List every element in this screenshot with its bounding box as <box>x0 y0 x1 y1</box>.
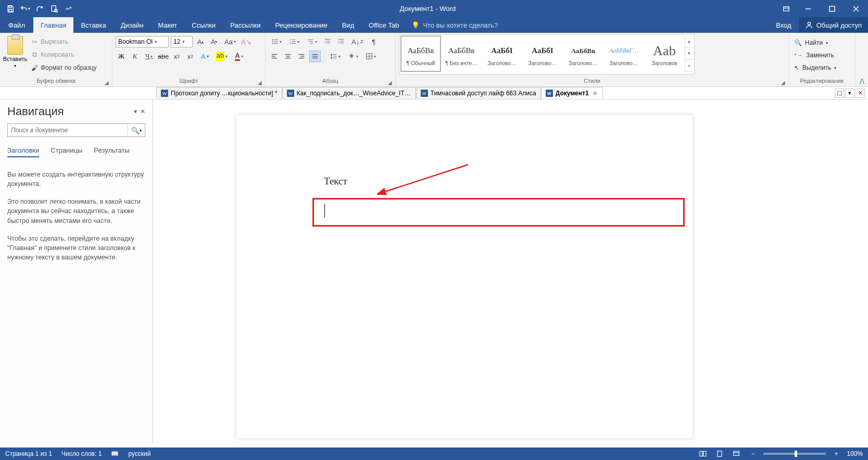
document-tab[interactable]: WТимчасовий доступ лайф 663 Алиса <box>416 87 541 99</box>
borders-button[interactable]: ▾ <box>363 51 379 62</box>
undo-icon[interactable]: ▾ <box>19 3 31 15</box>
clear-formatting-button[interactable]: A↘ <box>241 36 252 47</box>
tab-review[interactable]: Рецензирование <box>268 17 334 33</box>
underline-button[interactable]: Ч▾ <box>143 51 155 62</box>
font-name-combo[interactable]: Bookman Ol▾ <box>116 36 169 47</box>
copy-button[interactable]: ⧉Копировать <box>29 49 98 60</box>
style-title[interactable]: AabЗаголовок <box>644 35 685 72</box>
font-color-button[interactable]: A▾ <box>232 51 245 62</box>
cut-button[interactable]: ✂Вырезать <box>29 36 98 47</box>
close-icon[interactable] <box>844 0 868 17</box>
paste-button[interactable]: Вставить▾ <box>3 34 27 74</box>
decrease-indent-button[interactable] <box>322 36 333 47</box>
select-button[interactable]: ↖Выделить▾ <box>792 62 838 73</box>
align-right-button[interactable] <box>296 51 307 62</box>
bold-button[interactable]: Ж <box>116 51 127 62</box>
styles-gallery[interactable]: АаБбВв¶ Обычный АаБбВв¶ Без инте… АаБбІЗ… <box>399 34 695 74</box>
zoom-slider[interactable] <box>763 453 826 455</box>
tab-mailings[interactable]: Рассылки <box>223 17 268 33</box>
tell-me-search[interactable]: 💡 Что вы хотите сделать? <box>406 17 503 33</box>
align-center-button[interactable] <box>282 51 294 62</box>
dialog-launcher-icon[interactable]: ◢ <box>387 79 393 85</box>
style-normal[interactable]: АаБбВв¶ Обычный <box>400 35 441 72</box>
scroll-up-icon[interactable]: ▴ <box>685 35 693 47</box>
italic-button[interactable]: К <box>129 51 141 62</box>
nav-close-icon[interactable]: ✕ <box>140 108 145 115</box>
style-heading1[interactable]: АаБбІЗаголово… <box>482 35 522 72</box>
shading-button[interactable]: ▾ <box>345 51 361 62</box>
align-justify-button[interactable] <box>309 51 321 62</box>
style-heading4[interactable]: АаБбВвГ…Заголово… <box>603 35 644 72</box>
maximize-icon[interactable] <box>820 0 844 17</box>
share-button[interactable]: Общий доступ <box>799 17 868 33</box>
increase-indent-button[interactable] <box>335 36 347 47</box>
font-size-combo[interactable]: 12▾ <box>171 36 193 47</box>
superscript-button[interactable]: x2 <box>184 51 196 62</box>
zoom-level[interactable]: 100% <box>847 450 863 457</box>
ribbon-options-icon[interactable] <box>776 0 796 17</box>
tab-references[interactable]: Ссылки <box>184 17 223 33</box>
style-no-spacing[interactable]: АаБбВв¶ Без инте… <box>441 35 482 72</box>
nav-tab-headings[interactable]: Заголовки <box>7 146 39 157</box>
style-heading3[interactable]: АаБбВвЗаголово… <box>563 35 603 72</box>
style-heading2[interactable]: АаБбІЗаголово… <box>522 35 563 72</box>
dialog-launcher-icon[interactable]: ◢ <box>780 79 786 85</box>
nav-tab-pages[interactable]: Страницы <box>51 146 82 157</box>
print-layout-icon[interactable] <box>713 449 726 459</box>
print-preview-icon[interactable] <box>48 3 60 15</box>
tab-home[interactable]: Главная <box>33 17 73 33</box>
document-tab[interactable]: WПротокол допиту …кциональности] * <box>156 87 282 99</box>
line-spacing-button[interactable]: ▾ <box>328 51 343 62</box>
highlight-button[interactable]: ab▾ <box>213 51 230 62</box>
show-marks-button[interactable]: ¶ <box>368 36 380 47</box>
qat-customize-icon[interactable]: ═▾ <box>62 3 75 15</box>
scroll-down-icon[interactable]: ▾ <box>685 47 693 59</box>
document-canvas[interactable]: Текст <box>153 100 868 443</box>
shrink-font-button[interactable]: A▾ <box>208 36 220 47</box>
spellcheck-icon[interactable]: 📖 <box>111 450 119 457</box>
minimize-icon[interactable] <box>796 0 820 17</box>
close-all-tabs-icon[interactable]: ✕ <box>856 89 865 98</box>
change-case-button[interactable]: Aa▾ <box>222 36 238 47</box>
zoom-in-icon[interactable]: + <box>830 449 842 459</box>
signin-button[interactable]: Вход <box>769 17 798 33</box>
redo-icon[interactable] <box>33 3 46 15</box>
zoom-out-icon[interactable]: − <box>747 449 759 459</box>
collapse-ribbon-icon[interactable]: ⋀ <box>856 33 868 86</box>
word-count[interactable]: Число слов: 1 <box>61 450 102 457</box>
search-icon[interactable]: 🔍▾ <box>127 124 145 136</box>
tab-view[interactable]: Вид <box>335 17 362 33</box>
strikethrough-button[interactable]: abc <box>157 51 169 62</box>
tab-insert[interactable]: Вставка <box>73 17 113 33</box>
page-count[interactable]: Страница 1 из 1 <box>5 450 52 457</box>
web-layout-icon[interactable] <box>730 449 743 459</box>
bullets-button[interactable]: ▾ <box>269 36 284 47</box>
tab-layout[interactable]: Макет <box>150 17 184 33</box>
numbering-button[interactable]: 123▾ <box>286 36 302 47</box>
tab-design[interactable]: Дизайн <box>114 17 151 33</box>
save-icon[interactable] <box>4 3 17 15</box>
language-status[interactable]: русский <box>128 450 150 457</box>
replace-button[interactable]: ᵃ→Заменить <box>792 49 838 61</box>
nav-dropdown-icon[interactable]: ▾ <box>134 108 137 115</box>
nav-tab-results[interactable]: Результаты <box>94 146 129 157</box>
align-left-button[interactable] <box>269 51 280 62</box>
tab-menu-icon[interactable]: ▾ <box>845 89 854 98</box>
document-tab-active[interactable]: WДокумент1✕ <box>541 87 603 99</box>
navigation-search[interactable]: 🔍▾ <box>7 123 145 137</box>
dialog-launcher-icon[interactable]: ◢ <box>104 79 110 85</box>
tab-file[interactable]: Файл <box>0 17 33 33</box>
gallery-scroll[interactable]: ▴▾≡ <box>685 35 693 72</box>
format-painter-button[interactable]: 🖌Формат по образцу <box>29 62 98 73</box>
grow-font-button[interactable]: A▴ <box>195 36 206 47</box>
read-mode-icon[interactable] <box>697 449 709 459</box>
tab-office-tab[interactable]: Office Tab <box>361 17 406 33</box>
subscript-button[interactable]: x2 <box>171 51 182 62</box>
gallery-expand-icon[interactable]: ≡ <box>685 60 693 72</box>
close-tab-icon[interactable]: ✕ <box>592 90 598 97</box>
page[interactable]: Текст <box>236 115 693 438</box>
text-effects-button[interactable]: A▾ <box>198 51 211 62</box>
new-tab-icon[interactable]: ▢ <box>835 89 844 98</box>
document-tab[interactable]: WКак_подписать_док…_WiseAdvice_IT_ru <box>282 87 416 99</box>
search-input[interactable] <box>8 124 127 136</box>
